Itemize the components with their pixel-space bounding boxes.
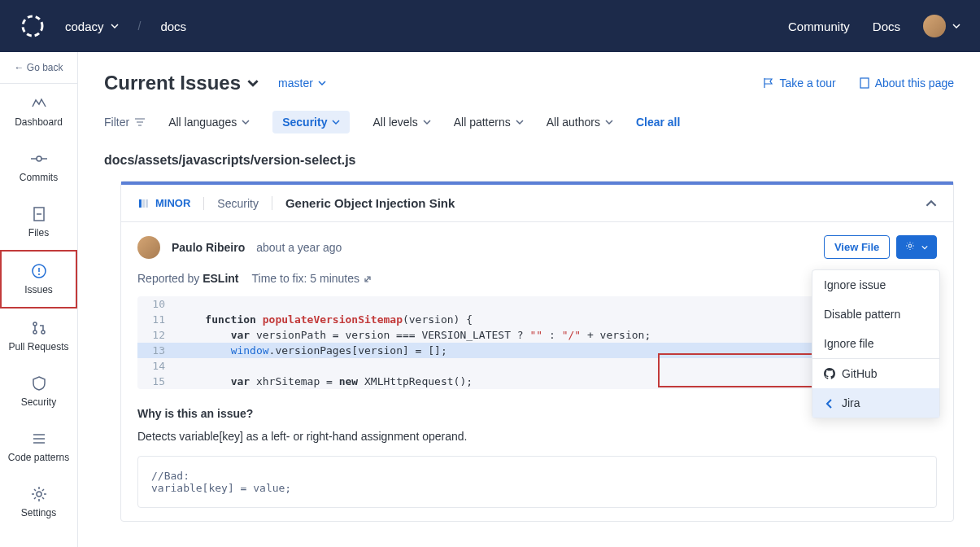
filter-icon <box>134 116 146 128</box>
chevron-up-icon[interactable] <box>926 198 937 209</box>
svg-point-15 <box>37 492 41 497</box>
user-menu[interactable] <box>923 15 960 37</box>
gear-icon <box>31 486 47 502</box>
svg-point-1 <box>37 156 41 161</box>
issue-actions-dropdown: Ignore issue Disable pattern Ignore file… <box>812 269 940 418</box>
view-file-button[interactable]: View File <box>824 235 890 259</box>
sidebar-item-dashboard[interactable]: Dashboard <box>0 84 77 139</box>
svg-rect-21 <box>142 199 145 208</box>
line-number: 11 <box>137 312 173 327</box>
avatar <box>923 15 946 37</box>
chevron-down-icon <box>423 118 431 126</box>
severity-badge: MINOR <box>137 197 190 209</box>
sidebar-item-label: Pull Requests <box>8 341 68 352</box>
svg-point-9 <box>33 322 37 326</box>
line-number: 14 <box>137 358 173 374</box>
example-code: //Bad: variable[key] = value; <box>137 456 937 508</box>
file-icon <box>31 206 47 222</box>
svg-point-10 <box>33 330 37 334</box>
top-header: codacy / docs Community Docs <box>0 0 980 52</box>
repo-name[interactable]: docs <box>160 20 186 33</box>
severity-icon <box>137 198 149 209</box>
svg-point-23 <box>908 244 912 247</box>
commit-icon <box>31 151 47 167</box>
dropdown-jira[interactable]: Jira <box>812 388 939 418</box>
chevron-down-icon <box>952 22 960 30</box>
sidebar-item-label: Settings <box>21 507 56 519</box>
gear-icon <box>905 241 915 251</box>
breadcrumb-separator: / <box>138 20 142 33</box>
time-ago: about a year ago <box>256 241 342 254</box>
chevron-down-icon <box>605 118 613 126</box>
chevron-down-icon <box>516 118 524 126</box>
chevron-down-icon <box>332 118 340 126</box>
chevron-down-icon <box>247 77 259 89</box>
filter-patterns[interactable]: All patterns <box>454 116 524 129</box>
sidebar-item-code-patterns[interactable]: Code patterns <box>0 419 77 475</box>
line-number: 12 <box>137 327 173 343</box>
main-content: Current Issues master Take a tour About … <box>78 52 980 547</box>
file-path: docs/assets/javascripts/version-select.j… <box>104 153 954 168</box>
author-avatar <box>137 236 160 259</box>
page-title[interactable]: Current Issues <box>104 72 259 94</box>
dropdown-github[interactable]: GitHub <box>812 359 939 388</box>
chevron-down-icon <box>921 244 928 251</box>
docs-link[interactable]: Docs <box>873 20 900 33</box>
sidebar-item-files[interactable]: Files <box>0 195 77 250</box>
patterns-icon <box>31 431 47 447</box>
org-name: codacy <box>65 20 104 33</box>
dropdown-ignore-issue[interactable]: Ignore issue <box>812 270 939 300</box>
about-page-link[interactable]: About this page <box>859 77 954 90</box>
link-icon[interactable] <box>363 274 372 284</box>
dashboard-icon <box>31 95 47 112</box>
go-back-link[interactable]: ← Go back <box>0 52 77 84</box>
sidebar-item-settings[interactable]: Settings <box>0 475 77 530</box>
why-description: Detects variable[key] as a left- or righ… <box>137 430 937 443</box>
sidebar-item-pull-requests[interactable]: Pull Requests <box>0 309 77 364</box>
sidebar-item-label: Files <box>28 227 49 238</box>
issue-header[interactable]: MINOR Security Generic Object Injection … <box>121 185 953 222</box>
dropdown-disable-pattern[interactable]: Disable pattern <box>812 300 939 329</box>
issue-title: Generic Object Injection Sink <box>272 196 455 210</box>
svg-rect-16 <box>860 78 869 88</box>
flag-icon <box>763 77 774 89</box>
why-section: Why is this an issue? Detects variable[k… <box>137 407 937 508</box>
dropdown-ignore-file[interactable]: Ignore file <box>812 329 939 358</box>
author-name: Paulo Ribeiro <box>172 241 245 254</box>
svg-point-0 <box>23 16 42 36</box>
sidebar-item-security[interactable]: Security <box>0 364 77 419</box>
svg-rect-20 <box>139 199 142 208</box>
sidebar-item-label: Commits <box>20 172 58 183</box>
sidebar-item-label: Issues <box>24 284 53 295</box>
issue-settings-button[interactable] <box>896 235 937 259</box>
filter-levels[interactable]: All levels <box>372 116 430 129</box>
filter-authors[interactable]: All authors <box>547 116 613 129</box>
sidebar-item-commits[interactable]: Commits <box>0 139 77 195</box>
community-link[interactable]: Community <box>788 20 850 33</box>
svg-rect-22 <box>146 199 148 208</box>
sidebar: ← Go back Dashboard Commits Files Issues… <box>0 52 78 547</box>
codacy-logo-icon <box>20 13 46 39</box>
filter-languages[interactable]: All languages <box>168 116 250 129</box>
github-icon <box>824 368 835 379</box>
svg-point-8 <box>38 274 40 275</box>
issue-category: Security <box>203 197 259 210</box>
issue-card: MINOR Security Generic Object Injection … <box>120 181 954 522</box>
sidebar-item-label: Dashboard <box>15 116 63 128</box>
issue-meta: Paulo Ribeiro about a year ago View File… <box>121 222 953 272</box>
pr-icon <box>31 320 47 336</box>
shield-icon <box>31 375 47 392</box>
org-selector[interactable]: codacy <box>65 20 119 33</box>
chevron-down-icon <box>242 118 250 126</box>
document-icon <box>859 77 870 89</box>
filter-bar: Filter All languages Security All levels… <box>104 111 954 133</box>
line-number: 10 <box>137 296 173 312</box>
line-number: 15 <box>137 374 173 389</box>
filter-security[interactable]: Security <box>272 111 350 133</box>
issues-icon <box>31 263 47 279</box>
line-number: 13 <box>137 343 173 358</box>
branch-selector[interactable]: master <box>278 77 326 90</box>
take-tour-link[interactable]: Take a tour <box>763 77 835 90</box>
sidebar-item-issues[interactable]: Issues <box>0 250 77 309</box>
clear-all-link[interactable]: Clear all <box>636 116 680 129</box>
